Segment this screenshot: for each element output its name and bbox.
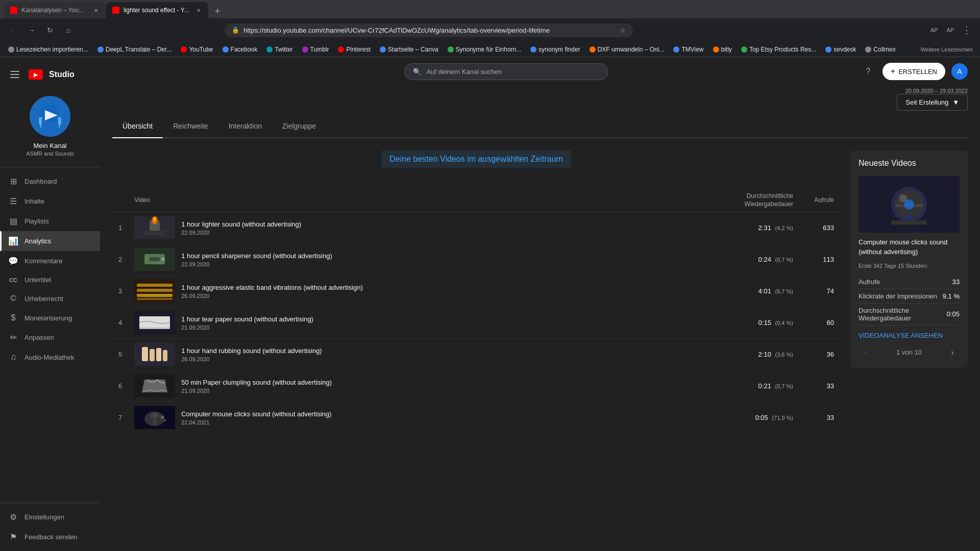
table-row[interactable]: 1 1 hour lighter sound (without advertis… (112, 212, 840, 244)
create-button[interactable]: + ERSTELLEN (883, 63, 945, 80)
more-options-button[interactable]: ⋮ (960, 23, 974, 37)
anpassen-icon: ✏ (8, 333, 18, 342)
sidebar-item-analytics[interactable]: 📊 Analytics (0, 231, 100, 251)
help-button[interactable]: ? (860, 63, 876, 80)
bookmark-deepl[interactable]: DeepL Translate – Der... (93, 44, 176, 55)
video-thumbnail[interactable] (134, 343, 175, 366)
table-row[interactable]: 4 1 hour tear paper sound (without adver… (112, 307, 840, 339)
video-thumbnail[interactable] (134, 311, 175, 334)
svg-rect-15 (137, 284, 173, 287)
table-row[interactable]: 2 1 hour pencil sharpener sound (without… (112, 244, 840, 276)
bookmark-dxf[interactable]: DXF umwandeln – Onl... (585, 44, 669, 55)
bookmark-icon (223, 46, 229, 53)
sidebar-item-playlists[interactable]: ▤ Playlists (0, 211, 100, 231)
bookmark-etsy[interactable]: Top Etsy Products Res... (737, 44, 820, 55)
back-button[interactable]: ← (6, 23, 20, 37)
bookmark-facebook[interactable]: Facebook (218, 44, 262, 55)
bookmark-canva[interactable]: Startseite – Canva (376, 44, 443, 55)
search-bar[interactable]: 🔍 (404, 63, 608, 80)
menu-toggle-button[interactable] (8, 67, 22, 82)
forward-button[interactable]: → (24, 23, 39, 37)
newest-video-thumbnail[interactable] (859, 176, 960, 233)
video-thumbnail[interactable] (134, 280, 175, 303)
channel-subtitle: ASMR and Sounds (26, 151, 74, 157)
bookmark-bitly[interactable]: bitly (709, 44, 736, 55)
table-row[interactable]: 7 Computer mouse clicks sound (without a… (112, 402, 840, 434)
bookmark-collmex[interactable]: Collmex (861, 44, 899, 55)
profile-button[interactable]: AP (943, 23, 958, 37)
tab-interaktion[interactable]: Interaktion (218, 115, 272, 137)
pagination-prev-button[interactable]: ‹ (859, 345, 873, 360)
new-tab-button[interactable]: + (210, 4, 225, 18)
search-input[interactable] (426, 68, 600, 76)
sidebar-item-anpassen[interactable]: ✏ Anpassen (0, 328, 100, 347)
browser-bar: ← → ↻ ⌂ 🔒 https://studio.youtube.com/cha… (0, 18, 980, 42)
video-thumbnail[interactable] (134, 248, 175, 271)
sidebar-item-urheberrecht[interactable]: © Urheberrecht (0, 289, 100, 308)
tab-ubersicht[interactable]: Übersicht (112, 115, 163, 137)
tab-close-2[interactable]: ✕ (195, 6, 202, 14)
sidebar-item-inhalte[interactable]: ☰ Inhalte (0, 191, 100, 211)
tab-lighter-sound[interactable]: lighter sound effect - YouTube ✕ (106, 2, 208, 18)
tab-reichweite[interactable]: Reichweite (163, 115, 218, 137)
tab-label-interaktion: Interaktion (229, 122, 262, 130)
video-thumbnail[interactable] (134, 374, 175, 397)
sidebar-item-dashboard[interactable]: ⊞ Dashboard (0, 171, 100, 191)
video-thumbnail[interactable] (134, 406, 175, 429)
bookmark-youtube[interactable]: YouTube (177, 44, 217, 55)
video-views: 33 (799, 370, 840, 402)
tab-label-zielgruppe: Zielgruppe (282, 122, 316, 130)
kommentare-icon: 💬 (8, 256, 18, 266)
tab-zielgruppe[interactable]: Zielgruppe (272, 115, 326, 137)
table-row[interactable]: 3 1 hour aggressive elastic band vibrati… (112, 276, 840, 307)
table-row[interactable]: 5 1 hour hand rubbing sound (without adv… (112, 339, 840, 370)
sidebar-item-audio-mediathek[interactable]: ♫ Audio-Mediathek (0, 347, 100, 367)
url-bar[interactable]: 🔒 https://studio.youtube.com/channel/UCv… (225, 23, 633, 37)
sidebar-item-kommentare[interactable]: 💬 Kommentare (0, 251, 100, 271)
pagination-next-button[interactable]: › (945, 345, 960, 360)
tab-label-reichweite: Reichweite (173, 122, 208, 130)
avg-time-value: 0:15 (758, 319, 771, 327)
tab-close-1[interactable]: ✕ (92, 6, 100, 14)
sidebar-item-monetarisierung[interactable]: $ Monetarisierung (0, 308, 100, 328)
table-row[interactable]: 6 50 min Paper clumpling sound (without … (112, 370, 840, 402)
tab-kanalanalysen[interactable]: Kanalanalysen – YouTube Studio ✕ (4, 2, 106, 18)
reload-button[interactable]: ↻ (43, 23, 57, 37)
video-rank: 4 (112, 307, 128, 339)
bookmark-icon (302, 46, 308, 53)
avg-time-pct: (71,9 %) (772, 415, 793, 421)
view-analysis-link[interactable]: VIDEOANALYSE ANSEHEN (859, 332, 960, 339)
bookmark-star-icon[interactable]: ☆ (620, 27, 626, 34)
sidebar-label-urheberrecht: Urheberrecht (24, 295, 63, 303)
bookmark-synonym-finder[interactable]: synonym finder (526, 44, 584, 55)
svg-rect-21 (139, 328, 170, 329)
video-avg-time: 2:31 (4,2 %) (664, 212, 799, 244)
browser-tabs: Kanalanalysen – YouTube Studio ✕ lighter… (0, 0, 980, 18)
bookmark-icon (825, 46, 831, 53)
channel-avatar[interactable] (30, 96, 70, 137)
svg-rect-25 (156, 348, 161, 361)
sidebar-item-untertitel[interactable]: CC Untertitel (0, 271, 100, 289)
user-avatar-button[interactable]: A (951, 63, 968, 80)
sidebar-item-einstellungen[interactable]: ⚙ Einstellungen (0, 507, 100, 527)
video-thumbnail[interactable] (134, 216, 175, 239)
video-avg-time: 0:15 (0,4 %) (664, 307, 799, 339)
home-button[interactable]: ⌂ (61, 23, 76, 37)
bookmark-lesezeichen[interactable]: Lesezeichen importieren... (4, 44, 92, 55)
bookmark-tumblr[interactable]: Tumblr (298, 44, 333, 55)
search-icon: 🔍 (413, 68, 421, 76)
bookmark-label: YouTube (189, 46, 213, 53)
bookmark-synonyme[interactable]: Synonyme für Einhorn... (444, 44, 526, 55)
bookmark-tmview[interactable]: TMView (669, 44, 707, 55)
extensions-button[interactable]: AP (927, 23, 941, 37)
svg-rect-18 (137, 298, 173, 300)
bookmark-sevdesk[interactable]: sevdesk (821, 44, 860, 55)
bookmark-twitter[interactable]: Twitter (262, 44, 297, 55)
svg-point-8 (153, 217, 156, 222)
svg-rect-12 (150, 257, 160, 261)
sidebar-item-feedback[interactable]: ⚑ Feedback senden (0, 527, 100, 547)
bookmark-pinterest[interactable]: Pinterest (334, 44, 374, 55)
bookmarks-more-button[interactable]: Weitere Lesezeichen (917, 45, 976, 54)
bookmark-icon (8, 46, 14, 53)
date-range-button[interactable]: Seit Erstellung ▼ (897, 94, 968, 111)
